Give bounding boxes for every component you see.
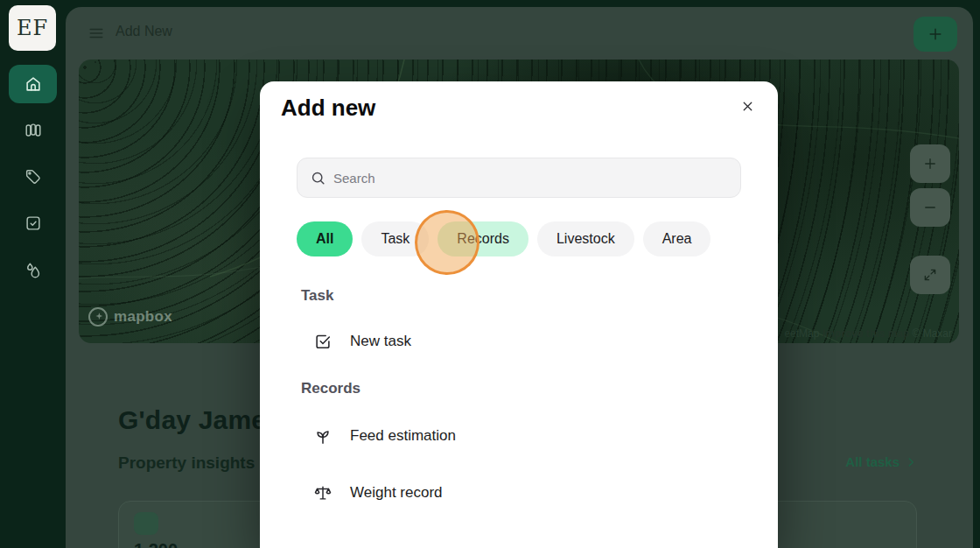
all-tasks-label: All tasks bbox=[845, 454, 900, 469]
menu-item-label: New task bbox=[350, 333, 411, 350]
topbar: Add New bbox=[66, 7, 973, 60]
mapbox-wordmark: mapbox bbox=[114, 308, 172, 326]
feed-estimation-icon bbox=[313, 426, 332, 446]
mapbox-logo[interactable]: mapbox bbox=[88, 306, 172, 327]
sidebar-item-tags[interactable] bbox=[9, 158, 57, 196]
section-title-task: Task bbox=[301, 287, 334, 305]
chevron-right-icon bbox=[905, 456, 917, 468]
sidebar-item-home[interactable] bbox=[9, 65, 57, 103]
app-logo[interactable]: EF bbox=[9, 5, 56, 51]
menu-item-label: Feed estimation bbox=[350, 427, 456, 445]
chip-area[interactable]: Area bbox=[643, 221, 711, 256]
menu-icon[interactable] bbox=[88, 25, 105, 41]
home-icon bbox=[24, 74, 43, 94]
click-indicator bbox=[415, 210, 480, 275]
add-new-modal: Add new All Task Records Livestock Area … bbox=[260, 81, 778, 548]
menu-item-label: Weight record bbox=[350, 484, 443, 502]
search-input[interactable] bbox=[333, 171, 728, 186]
all-tasks-link[interactable]: All tasks bbox=[845, 454, 917, 469]
zoom-out-icon bbox=[922, 200, 938, 215]
chip-all[interactable]: All bbox=[297, 221, 353, 256]
map-zoom-out-button[interactable] bbox=[910, 188, 950, 227]
section-title-records: Records bbox=[301, 380, 360, 397]
close-icon bbox=[740, 99, 755, 114]
add-new-button[interactable] bbox=[914, 17, 957, 52]
greeting-heading: G'day James bbox=[118, 405, 281, 435]
new-task-icon bbox=[313, 332, 332, 351]
zoom-in-icon bbox=[922, 156, 938, 172]
chip-livestock[interactable]: Livestock bbox=[537, 221, 634, 256]
sidebar: EF bbox=[0, 0, 66, 548]
search-box bbox=[297, 158, 741, 198]
stat-value: 1,200 bbox=[134, 540, 178, 548]
tasks-icon bbox=[24, 214, 43, 233]
fullscreen-icon bbox=[922, 267, 938, 283]
page-title: Add New bbox=[116, 24, 172, 39]
insights-heading: Property insights bbox=[118, 453, 255, 473]
menu-item-feed-estimation[interactable]: Feed estimation bbox=[301, 419, 738, 453]
menu-item-new-task[interactable]: New task bbox=[301, 325, 738, 358]
sidebar-item-tasks[interactable] bbox=[9, 204, 57, 242]
map-zoom-in-button[interactable] bbox=[910, 144, 950, 183]
tag-icon bbox=[24, 167, 43, 186]
water-icon bbox=[24, 261, 43, 280]
paddocks-map-icon bbox=[24, 121, 43, 140]
search-icon bbox=[310, 170, 326, 186]
app-window: EF bbox=[0, 0, 980, 548]
menu-item-weight-record[interactable]: Weight record bbox=[301, 476, 738, 509]
sidebar-item-water[interactable] bbox=[9, 251, 57, 290]
map-attribution[interactable]: eetMap Improve this map © Maxar bbox=[784, 327, 952, 340]
sidebar-item-paddocks[interactable] bbox=[9, 111, 57, 150]
plus-icon bbox=[927, 25, 944, 43]
close-button[interactable] bbox=[735, 94, 760, 118]
modal-title: Add new bbox=[281, 95, 375, 122]
stat-badge-icon bbox=[134, 512, 158, 535]
weight-record-icon bbox=[313, 483, 332, 502]
map-fullscreen-button[interactable] bbox=[910, 256, 950, 294]
filter-chips: All Task Records Livestock Area bbox=[297, 221, 710, 256]
